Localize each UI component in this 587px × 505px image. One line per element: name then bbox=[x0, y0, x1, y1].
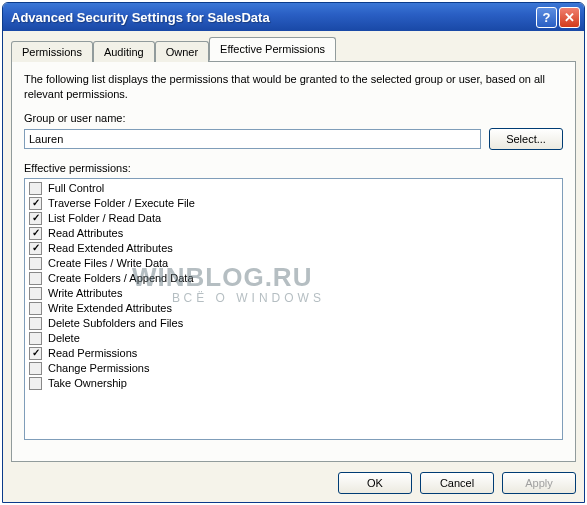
permission-item: List Folder / Read Data bbox=[29, 211, 558, 226]
tab-permissions[interactable]: Permissions bbox=[11, 41, 93, 62]
permission-label: Full Control bbox=[48, 182, 104, 194]
group-row: Select... bbox=[24, 128, 563, 150]
permission-item: Traverse Folder / Execute File bbox=[29, 196, 558, 211]
permissions-listbox[interactable]: Full ControlTraverse Folder / Execute Fi… bbox=[24, 178, 563, 440]
permission-item: Take Ownership bbox=[29, 376, 558, 391]
close-icon: ✕ bbox=[564, 10, 575, 25]
permission-checkbox bbox=[29, 212, 42, 225]
permissions-label: Effective permissions: bbox=[24, 162, 563, 174]
permission-item: Change Permissions bbox=[29, 361, 558, 376]
tab-label: Owner bbox=[166, 46, 198, 58]
permission-item: Read Extended Attributes bbox=[29, 241, 558, 256]
permission-checkbox bbox=[29, 197, 42, 210]
permission-label: Change Permissions bbox=[48, 362, 150, 374]
permission-item: Full Control bbox=[29, 181, 558, 196]
permission-label: Create Folders / Append Data bbox=[48, 272, 194, 284]
tab-label: Permissions bbox=[22, 46, 82, 58]
permission-label: Write Attributes bbox=[48, 287, 122, 299]
permission-checkbox bbox=[29, 317, 42, 330]
permission-label: Read Permissions bbox=[48, 347, 137, 359]
permission-checkbox bbox=[29, 227, 42, 240]
window-title: Advanced Security Settings for SalesData bbox=[11, 10, 536, 25]
permission-checkbox bbox=[29, 347, 42, 360]
group-label: Group or user name: bbox=[24, 112, 563, 124]
cancel-button[interactable]: Cancel bbox=[420, 472, 494, 494]
permission-item: Delete bbox=[29, 331, 558, 346]
permission-label: Write Extended Attributes bbox=[48, 302, 172, 314]
help-button[interactable]: ? bbox=[536, 7, 557, 28]
permission-item: Create Files / Write Data bbox=[29, 256, 558, 271]
permission-checkbox bbox=[29, 377, 42, 390]
permission-item: Write Attributes bbox=[29, 286, 558, 301]
permission-label: List Folder / Read Data bbox=[48, 212, 161, 224]
permission-checkbox bbox=[29, 287, 42, 300]
permission-checkbox bbox=[29, 257, 42, 270]
intro-text: The following list displays the permissi… bbox=[24, 72, 563, 102]
ok-button[interactable]: OK bbox=[338, 472, 412, 494]
permission-item: Write Extended Attributes bbox=[29, 301, 558, 316]
permission-checkbox bbox=[29, 272, 42, 285]
dialog-buttons: OK Cancel Apply bbox=[11, 462, 576, 494]
permission-label: Read Extended Attributes bbox=[48, 242, 173, 254]
permission-checkbox bbox=[29, 302, 42, 315]
permission-label: Traverse Folder / Execute File bbox=[48, 197, 195, 209]
permission-item: Delete Subfolders and Files bbox=[29, 316, 558, 331]
permission-checkbox bbox=[29, 332, 42, 345]
close-button[interactable]: ✕ bbox=[559, 7, 580, 28]
permission-label: Delete Subfolders and Files bbox=[48, 317, 183, 329]
tab-auditing[interactable]: Auditing bbox=[93, 41, 155, 62]
permission-item: Read Attributes bbox=[29, 226, 558, 241]
button-label: Select... bbox=[506, 133, 546, 145]
tab-owner[interactable]: Owner bbox=[155, 41, 209, 62]
permission-checkbox bbox=[29, 362, 42, 375]
permission-label: Read Attributes bbox=[48, 227, 123, 239]
group-user-input[interactable] bbox=[24, 129, 481, 149]
permission-label: Delete bbox=[48, 332, 80, 344]
permission-label: Take Ownership bbox=[48, 377, 127, 389]
client-area: Permissions Auditing Owner Effective Per… bbox=[3, 31, 584, 502]
titlebar: Advanced Security Settings for SalesData… bbox=[3, 3, 584, 31]
button-label: Cancel bbox=[440, 477, 474, 489]
tab-effective-permissions[interactable]: Effective Permissions bbox=[209, 37, 336, 61]
permission-checkbox bbox=[29, 182, 42, 195]
permission-checkbox bbox=[29, 242, 42, 255]
button-label: Apply bbox=[525, 477, 553, 489]
help-icon: ? bbox=[543, 10, 551, 25]
permission-item: Read Permissions bbox=[29, 346, 558, 361]
permission-label: Create Files / Write Data bbox=[48, 257, 168, 269]
titlebar-buttons: ? ✕ bbox=[536, 7, 580, 28]
tab-label: Auditing bbox=[104, 46, 144, 58]
button-label: OK bbox=[367, 477, 383, 489]
select-button[interactable]: Select... bbox=[489, 128, 563, 150]
apply-button[interactable]: Apply bbox=[502, 472, 576, 494]
tab-panel: The following list displays the permissi… bbox=[11, 61, 576, 462]
permission-item: Create Folders / Append Data bbox=[29, 271, 558, 286]
tab-strip: Permissions Auditing Owner Effective Per… bbox=[11, 37, 576, 61]
window: Advanced Security Settings for SalesData… bbox=[2, 2, 585, 503]
tab-label: Effective Permissions bbox=[220, 43, 325, 55]
